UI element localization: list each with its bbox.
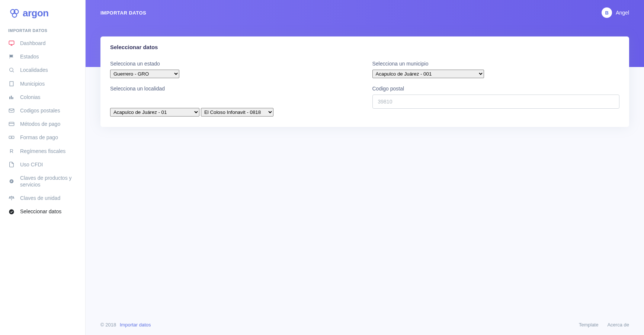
footer-copyright: © 2018 Importar datos <box>100 322 151 328</box>
svg-text:P: P <box>11 180 13 183</box>
footer-link-template[interactable]: Template <box>579 322 599 328</box>
balance-icon <box>8 195 15 201</box>
sidebar-item-label: Localidades <box>20 67 77 73</box>
sidebar-item-municipios[interactable]: Municipios <box>0 77 85 90</box>
cp-label: Codigo postal <box>372 86 620 92</box>
sidebar-item-claves-unidad[interactable]: Claves de unidad <box>0 191 85 205</box>
user-menu[interactable]: B Angel <box>602 7 629 18</box>
form-group-municipio: Selecciona un municipio Acapulco de Juár… <box>372 61 620 78</box>
sidebar-item-formas-pago[interactable]: Formas de pago <box>0 131 85 144</box>
estado-label: Selecciona un estado <box>110 61 358 67</box>
svg-rect-15 <box>12 97 13 99</box>
sidebar-item-label: Municipios <box>20 80 77 87</box>
municipio-label: Selecciona un municipio <box>372 61 620 67</box>
sidebar-item-label: Codigos postales <box>20 107 77 114</box>
sidebar-item-label: Uso CFDI <box>20 161 77 168</box>
sidebar-item-label: Dashboard <box>20 40 77 47</box>
card-seleccionar-datos: Seleccionar datos Selecciona un estado G… <box>100 36 629 127</box>
form-group-localidad: Selecciona un localidad Acapulco de Juár… <box>110 86 358 117</box>
svg-rect-3 <box>9 41 14 44</box>
svg-rect-17 <box>9 122 14 126</box>
check-circle-icon <box>8 208 15 215</box>
credit-card-icon <box>8 121 15 127</box>
localidad-label: Selecciona un localidad <box>110 86 358 92</box>
user-name: Angel <box>616 10 629 16</box>
svg-point-6 <box>10 68 13 71</box>
main-area: IMPORTAR DATOS B Angel Seleccionar datos… <box>86 0 644 335</box>
svg-point-20 <box>11 137 12 138</box>
sidebar-item-label: Colonias <box>20 94 77 100</box>
sidebar-item-label: Formas de pago <box>20 134 77 141</box>
sidebar-item-claves-productos[interactable]: P Claves de productos y servicios <box>0 171 85 191</box>
topbar: IMPORTAR DATOS B Angel <box>86 0 644 25</box>
cash-icon <box>8 134 15 141</box>
svg-rect-13 <box>9 97 10 99</box>
sidebar-item-codigos-postales[interactable]: Codigos postales <box>0 104 85 117</box>
sidebar-item-label: Claves de productos y servicios <box>20 175 77 188</box>
sidebar-item-seleccionar-datos[interactable]: Seleccionar datos <box>0 205 85 218</box>
sidebar-item-label: Seleccionar datos <box>20 208 77 215</box>
document-icon <box>8 161 15 168</box>
sidebar-item-uso-cfdi[interactable]: Uso CFDI <box>0 158 85 171</box>
cp-input[interactable] <box>372 95 620 109</box>
sidebar-item-regimenes-fiscales[interactable]: R Regímenes fiscales <box>0 144 85 158</box>
footer: © 2018 Importar datos Template Acerca de <box>86 315 644 335</box>
content: Seleccionar datos Selecciona un estado G… <box>86 25 644 138</box>
svg-point-2 <box>12 13 17 17</box>
svg-rect-8 <box>10 82 13 86</box>
svg-rect-19 <box>9 136 14 139</box>
city-icon <box>8 94 15 100</box>
footer-links: Template Acerca de <box>579 322 629 328</box>
footer-link-acerca[interactable]: Acerca de <box>607 322 629 328</box>
estado-select[interactable]: Guerrero - GRO <box>110 70 179 78</box>
municipio-select[interactable]: Acapulco de Juárez - 001 <box>372 70 484 78</box>
letter-p-icon: P <box>8 178 15 185</box>
sidebar-item-label: Regímenes fiscales <box>20 148 77 154</box>
sidebar-heading: IMPORTAR DATOS <box>0 28 85 36</box>
brand-logo-icon <box>9 8 20 19</box>
svg-rect-14 <box>11 96 12 99</box>
localidad-select[interactable]: Acapulco de Juárez - 01 <box>110 108 199 117</box>
form-group-estado: Selecciona un estado Guerrero - GRO <box>110 61 358 78</box>
svg-line-7 <box>13 71 14 73</box>
sidebar-item-dashboard[interactable]: Dashboard <box>0 36 85 50</box>
sidebar: argon IMPORTAR DATOS Dashboard Estados L… <box>0 0 86 335</box>
search-icon <box>8 67 15 73</box>
user-avatar-badge: B <box>602 7 612 18</box>
sidebar-item-label: Claves de unidad <box>20 195 77 201</box>
page-title: IMPORTAR DATOS <box>100 10 146 16</box>
sidebar-item-estados[interactable]: Estados <box>0 50 85 63</box>
card-title: Seleccionar datos <box>110 44 619 50</box>
sidebar-item-colonias[interactable]: Colonias <box>0 90 85 104</box>
sidebar-item-label: Estados <box>20 53 77 60</box>
svg-point-25 <box>9 209 14 214</box>
brand-name: argon <box>23 7 49 19</box>
mail-icon <box>8 107 15 114</box>
colonia-select[interactable]: El Coloso Infonavit - 0818 <box>201 108 273 117</box>
sidebar-item-label: Métodos de pago <box>20 121 77 127</box>
footer-link-importar[interactable]: Importar datos <box>120 322 151 328</box>
monitor-icon <box>8 40 15 47</box>
form-group-cp: Codigo postal <box>372 86 620 117</box>
letter-r-icon: R <box>8 148 15 154</box>
flag-icon <box>8 53 15 60</box>
sidebar-item-localidades[interactable]: Localidades <box>0 63 85 77</box>
sidebar-item-metodos-pago[interactable]: Métodos de pago <box>0 117 85 131</box>
brand[interactable]: argon <box>0 7 85 28</box>
building-icon <box>8 80 15 87</box>
